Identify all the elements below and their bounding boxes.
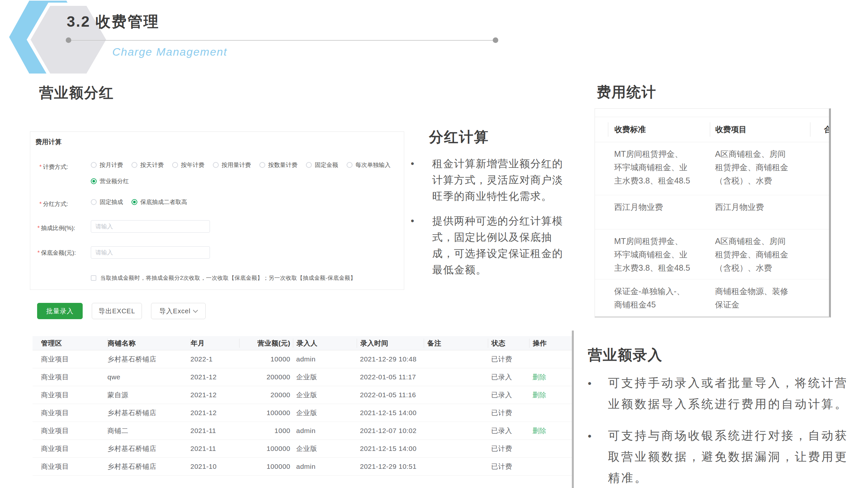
bullet-item: 提供两种可选的分红计算模式，固定比例以及保底抽成，可选择设定保证租金的最低金额。 <box>411 213 572 278</box>
status-text: 已录入 <box>488 426 529 435</box>
charge-standard-cell: MT房间租赁押金、环宇城商铺租金、业主水费3.8、租金48.5 <box>608 142 710 195</box>
radio-checked-icon <box>131 199 137 205</box>
divider-dot-left <box>66 37 71 43</box>
radio-billing-monthly[interactable]: 按月计费 <box>91 161 123 169</box>
radio-circle-icon <box>91 199 97 205</box>
charge-item-cell: A区商铺租金、房间租赁押金、商铺租金（含税）、水费 <box>710 229 810 279</box>
status-text: 已计费 <box>488 408 529 417</box>
split-collection-note: 当取抽成金额时，将抽成金额分2次收取，一次收取【保底金额】；另一次收取【抽成金额… <box>100 274 356 282</box>
title-divider-line <box>68 40 495 41</box>
charge-item-cell: A区商铺租金、房间租赁押金、商铺租金（含税）、水费 <box>710 142 810 195</box>
charge-standard-cell: 保证金-单独输入-、商铺租金45 <box>608 280 710 316</box>
batch-entry-button[interactable]: 批量录入 <box>37 303 83 319</box>
radio-billing-manual[interactable]: 每次单独输入 <box>347 161 391 169</box>
status-text: 已计费 <box>488 355 529 364</box>
charge-item-cell: 商铺租金物源、装修保证金 <box>710 280 810 316</box>
radio-circle-icon <box>347 162 352 168</box>
column-header-charge-item: 收费项目 <box>710 122 810 137</box>
table-row: 商业项目 乡村基石桥铺店 2021-11 100000 企业版 2021-12-… <box>33 440 574 458</box>
turnover-header-row: 管理区 商铺名称 年月 营业额(元) 录入人 录入时间 备注 状态 操作 <box>33 336 574 350</box>
bullet-item: 可支持手动录入或者批量导入，将统计营业额数据导入系统进行费用的自动计算。 <box>588 372 858 415</box>
radio-checked-icon <box>91 178 97 184</box>
charge-item-cell: 西江月物业费 <box>710 195 810 229</box>
fee-stats-table-panel: 收费标准 收费项目 合 MT房间租赁押金、环宇城商铺租金、业主水费3.8、租金4… <box>595 108 831 318</box>
chevron-down-icon <box>193 307 198 313</box>
status-text: 已计费 <box>488 462 529 471</box>
minimum-amount-input[interactable] <box>91 246 210 259</box>
section-heading-turnover-entry: 营业额录入 <box>588 346 663 365</box>
table-row: 商业项目 乡村基石桥铺店 2021-10 100000 admin 2021-1… <box>33 458 574 476</box>
column-header: 录入人 <box>293 339 357 348</box>
billing-method-selected-row: 营业额分红 <box>91 177 137 185</box>
column-header: 管理区 <box>33 339 107 348</box>
export-excel-button[interactable]: 导出EXCEL <box>92 303 142 319</box>
import-excel-dropdown-button[interactable]: 导入Excel <box>151 303 206 319</box>
status-text: 已计费 <box>488 444 529 453</box>
billing-method-label: *计费方式: <box>39 163 68 171</box>
charge-standard-cell: 西江月物业费 <box>608 195 710 229</box>
table-row: 商业项目 乡村基石桥铺店 2021-12 100000 企业版 2021-12-… <box>33 404 574 422</box>
fee-stats-row: 西江月物业费 西江月物业费 <box>595 195 829 229</box>
radio-billing-yearly[interactable]: 按年计费 <box>172 161 205 169</box>
column-header: 年月 <box>190 339 239 348</box>
fee-calculation-form-panel: 费用计算 *计费方式: 按月计费 按天计费 按年计费 按用量计费 按数量计费 固… <box>30 131 404 290</box>
column-header-clipped: 合 <box>810 122 829 137</box>
gutter-cell <box>595 122 608 137</box>
billing-method-radio-group: 按月计费 按天计费 按年计费 按用量计费 按数量计费 固定金额 每次单独输入 <box>91 161 399 169</box>
required-mark: * <box>39 164 42 170</box>
radio-circle-icon <box>172 162 178 168</box>
column-header-charge-standard: 收费标准 <box>608 122 710 137</box>
turnover-table-toolbar: 批量录入 导出EXCEL 导入Excel <box>37 303 206 319</box>
status-text: 已录入 <box>488 372 529 382</box>
dividend-method-radio-group: 固定抽成 保底抽成二者取高 <box>91 198 195 206</box>
ratio-label: *抽成比例(%): <box>37 224 75 232</box>
ratio-input[interactable] <box>91 220 210 233</box>
minimum-amount-label: *保底金额(元): <box>37 249 76 257</box>
radio-circle-icon <box>259 162 265 168</box>
turnover-entry-bullet-list: 可支持手动录入或者批量导入，将统计营业额数据导入系统进行费用的自动计算。 可支持… <box>588 372 864 488</box>
status-text: 已录入 <box>488 390 529 399</box>
split-collection-checkbox-row: 当取抽成金额时，将抽成金额分2次收取，一次收取【保底金额】；另一次收取【抽成金额… <box>91 274 356 282</box>
table-row: 商业项目 蒙自源 2021-12 20000 企业版 2022-01-05 11… <box>33 386 574 404</box>
fee-stats-row: 保证金-单独输入-、商铺租金45 商铺租金物源、装修保证金 <box>595 280 829 316</box>
radio-circle-icon <box>213 162 219 168</box>
table-row: 商业项目 商铺二 2021-11 1000 admin 2021-12-07 1… <box>33 422 574 440</box>
turnover-table: 管理区 商铺名称 年月 营业额(元) 录入人 录入时间 备注 状态 操作 商业项… <box>33 336 574 476</box>
delete-link[interactable]: 删除 <box>532 427 547 434</box>
delete-link[interactable]: 删除 <box>532 373 547 381</box>
dividend-method-label: *分红方式: <box>39 200 68 208</box>
column-header: 操作 <box>529 339 574 348</box>
table-row: 商业项目 乡村基石桥铺店 2022-1 10000 admin 2021-12-… <box>33 350 574 368</box>
radio-billing-daily[interactable]: 按天计费 <box>131 161 164 169</box>
section-heading-turnover-dividend: 营业额分红 <box>39 83 114 102</box>
page-title: 3.2 收费管理 <box>67 12 159 32</box>
radio-billing-fixed[interactable]: 固定金额 <box>306 161 338 169</box>
radio-circle-icon <box>131 162 137 168</box>
radio-dividend-guaranteed-selected[interactable]: 保底抽成二者取高 <box>131 198 187 206</box>
column-header: 备注 <box>424 339 488 348</box>
radio-billing-usage[interactable]: 按用量计费 <box>213 161 251 169</box>
column-header: 商铺名称 <box>107 339 190 348</box>
column-header: 营业额(元) <box>239 339 293 348</box>
charge-standard-cell: MT房间租赁押金、环宇城商铺租金、业主水费3.8、租金48.5 <box>608 229 710 279</box>
radio-circle-icon <box>306 162 312 168</box>
delete-link[interactable]: 删除 <box>532 391 547 398</box>
radio-billing-quantity[interactable]: 按数量计费 <box>259 161 298 169</box>
fee-stats-row: MT房间租赁押金、环宇城商铺租金、业主水费3.8、租金48.5 A区商铺租金、房… <box>595 142 829 195</box>
column-header: 状态 <box>488 339 529 348</box>
dividend-calc-bullet-list: 租金计算新增营业额分红的计算方式，灵活应对商户淡旺季的商业特性化需求。 提供两种… <box>411 156 577 286</box>
bullet-item: 可支持与商场收银系统进行对接，自动获取营业额数据，避免数据漏洞，让费用更精准。 <box>588 425 858 488</box>
section-heading-fee-stats: 费用统计 <box>596 83 656 102</box>
column-header: 录入时间 <box>357 339 424 348</box>
table-top-strip <box>595 109 829 117</box>
screenshot-right-edge-bar <box>572 330 574 488</box>
fee-stats-row: MT房间租赁押金、环宇城商铺租金、业主水费3.8、租金48.5 A区商铺租金、房… <box>595 229 829 280</box>
table-row: 商业项目 qwe 2021-12 200000 企业版 2022-01-05 1… <box>33 368 574 386</box>
divider-dot-right <box>493 37 498 43</box>
radio-circle-icon <box>91 162 97 168</box>
radio-billing-turnover-dividend-selected[interactable]: 营业额分红 <box>91 177 129 185</box>
checkbox-icon[interactable] <box>91 275 96 281</box>
radio-dividend-fixed[interactable]: 固定抽成 <box>91 198 123 206</box>
fee-stats-header-row: 收费标准 收费项目 合 <box>595 117 829 142</box>
bullet-item: 租金计算新增营业额分红的计算方式，灵活应对商户淡旺季的商业特性化需求。 <box>411 156 572 204</box>
